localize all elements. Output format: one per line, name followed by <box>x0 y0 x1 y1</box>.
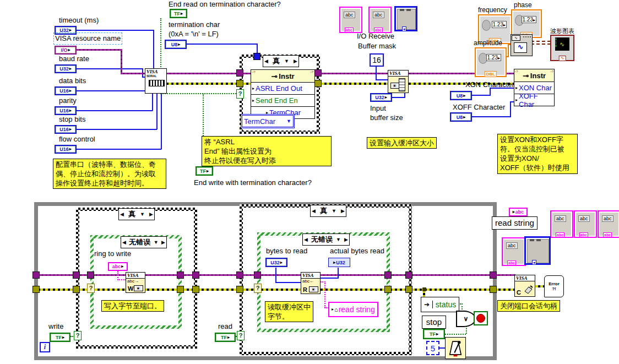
prev-case-icon[interactable]: ◀ <box>120 211 124 217</box>
cluster-icon-1[interactable]: ◂ <box>394 6 417 31</box>
case-dropdown-icon[interactable]: ▼ <box>332 208 336 214</box>
string-control-icon-1[interactable]: abcabc <box>339 7 362 33</box>
wire-junction <box>422 287 426 291</box>
property-xoff-char[interactable]: ▸XOFF Char <box>514 94 554 106</box>
case-dropdown-icon[interactable]: ▼ <box>284 58 289 64</box>
wire-stop-dot-h <box>445 334 466 335</box>
wire-ampl-v <box>508 44 509 57</box>
write-error-case-selector[interactable]: ◀ 无错误 ▼ ▶ <box>121 236 167 248</box>
baud-terminal[interactable]: U32▸ <box>55 64 77 73</box>
string-icon-6[interactable]: abcabc <box>502 237 526 266</box>
tunnel-loop-purple-l <box>32 271 40 279</box>
tunnel-cai-purple-r <box>177 271 184 279</box>
wire-btr-v <box>275 268 276 283</box>
property-send-end-en[interactable]: ▸Send End En <box>251 95 314 107</box>
string-icon-4[interactable]: abcabc <box>574 210 597 238</box>
loop-condition-terminal[interactable] <box>474 311 488 325</box>
string-icon-5[interactable]: abcabc <box>598 210 619 238</box>
actual-bytes-label: actual bytes read <box>330 247 388 256</box>
visa-set-buffer-size-icon[interactable]: VISA ▣: <box>388 70 409 93</box>
sine-waveform-vi-icon[interactable]: ∿ ∿ <box>511 34 533 56</box>
end-read-label: End read on termination character? <box>169 0 281 9</box>
string-to-write-terminal[interactable]: abc▸ <box>108 262 128 271</box>
prev-case-icon[interactable]: ◀ <box>312 208 316 214</box>
string-icon-3[interactable]: abcabc <box>550 210 573 238</box>
property-asrl-end-out[interactable]: ▸ASRL End Out <box>251 83 314 95</box>
case-dropdown-icon[interactable]: ▼ <box>336 237 341 242</box>
io-glyph: ▣: <box>309 286 318 292</box>
string-control-icon-2[interactable]: abcabc <box>368 7 392 33</box>
read-string-terminal[interactable]: ▸abc <box>509 208 528 216</box>
databits-terminal[interactable]: U16▸ <box>55 86 77 95</box>
sine-tab-icon: ∿ <box>512 35 520 41</box>
read-string-local-variable[interactable]: ▸ ⌂ read string <box>328 302 378 317</box>
simple-error-handler-icon[interactable]: Error ?! <box>544 275 564 297</box>
visa-write-icon[interactable]: VISA abc→ W ▣: <box>126 272 145 293</box>
chart-screen-icon: 210∿ <box>555 37 569 51</box>
termchar-ring-constant[interactable]: TermChar ▼ <box>241 114 295 128</box>
end-write-terminal[interactable]: TF▸ <box>196 166 213 176</box>
timeout-terminal[interactable]: U32▸ <box>55 26 77 35</box>
stopbits-terminal[interactable]: U16▸ <box>55 125 77 134</box>
string-to-write-label: ring to write <box>94 249 131 258</box>
tunnel-cb-err-l <box>236 286 243 293</box>
tunnel-cbi-err-r <box>384 286 392 293</box>
bytes-to-read-terminal[interactable]: U32▸ <box>265 258 287 267</box>
wire-flow-v <box>161 93 162 149</box>
next-case-icon[interactable]: ▶ <box>341 208 345 214</box>
xoff-character-label: XOFF Character <box>453 103 505 112</box>
tunnel-ca-purple-l <box>73 271 80 279</box>
write-terminal[interactable]: TF▸ <box>50 333 70 342</box>
flow-terminal[interactable]: U16▸ <box>55 145 77 154</box>
visa-configure-serial-icon[interactable]: VISA SERIAL <box>145 68 167 94</box>
ring-dropdown-icon[interactable]: ▼ <box>286 118 291 124</box>
prev-case-icon[interactable]: ◀ <box>304 237 308 242</box>
cluster-icon-2[interactable]: ◂ <box>524 236 551 265</box>
wait-ms-constant[interactable]: 5 <box>426 341 439 355</box>
read-case-selector[interactable]: ◀ 真 ▼ ▶ <box>310 205 346 217</box>
next-case-icon[interactable]: ▶ <box>149 211 153 217</box>
amplitude-control[interactable]: 1.23▸ DBL <box>475 47 507 77</box>
tunnel-loop-purple-r <box>490 271 497 279</box>
visa-close-icon[interactable]: VISA C <box>514 275 535 297</box>
write-case-selector[interactable]: ◀ 真 ▼ ▶ <box>118 208 155 220</box>
waveform-chart-icon[interactable]: 210∿ ∿ <box>550 35 574 61</box>
end-read-terminal[interactable]: TF▸ <box>170 9 187 18</box>
tunnel-cb-purple-r <box>405 271 412 279</box>
termchar-terminal[interactable]: U8▸ <box>165 40 187 49</box>
visa-resource-terminal[interactable]: I/O▸ <box>55 46 77 55</box>
connector-pane-icon <box>149 80 165 86</box>
input-arrow-icon: ▸ <box>333 260 335 265</box>
actual-bytes-terminal[interactable]: ▸U32 <box>328 258 350 267</box>
wire-flow <box>77 149 161 150</box>
wire-visa-purple-1 <box>121 73 237 74</box>
labview-block-diagram: ? ? ? ? ? timeout (ms) U32▸ VISA resourc… <box>0 0 619 364</box>
read-error-case-selector[interactable]: ◀ 无错误 ▼ ▶ <box>302 233 350 246</box>
read-terminal[interactable]: TF▸ <box>215 333 236 342</box>
stop-terminal[interactable]: TF▸ <box>423 329 445 339</box>
wait-until-next-ms-icon[interactable] <box>445 337 466 359</box>
output-arrow-icon: ▸ <box>436 332 438 336</box>
io-glyph: ▣: <box>134 285 143 291</box>
property-node-xon-xoff[interactable]: ▫? ⊸ Instr ▫? ▸XON Char ▸XOFF Char <box>514 69 555 106</box>
wire-abr-v <box>338 268 339 279</box>
iteration-terminal[interactable]: i <box>40 342 50 352</box>
next-case-icon[interactable]: ▶ <box>294 58 297 64</box>
xon-terminal[interactable]: U8▸ <box>450 91 472 100</box>
wire-xoff-v <box>510 101 511 117</box>
next-case-icon[interactable]: ▶ <box>344 237 348 242</box>
end-write-label: End write with termination character? <box>194 178 312 187</box>
parity-terminal[interactable]: U16▸ <box>55 106 77 115</box>
property-node-serial[interactable]: ▫? ⊸ Instr ▫? ▸ASRL End Out ▸Send End En… <box>251 69 315 119</box>
next-case-icon[interactable]: ▶ <box>161 240 165 245</box>
input-buffer-terminal[interactable]: U32▸ <box>370 93 392 102</box>
unbundle-status-node[interactable]: ➔ status <box>421 297 459 312</box>
case-dropdown-icon[interactable]: ▼ <box>154 240 159 245</box>
prev-case-icon[interactable]: ◀ <box>122 240 126 245</box>
xoff-terminal[interactable]: U8▸ <box>450 112 472 122</box>
visa-read-icon[interactable]: VISA abc← R ▣: <box>301 272 321 294</box>
case-dropdown-icon[interactable]: ▼ <box>140 211 145 217</box>
prev-case-icon[interactable]: ◀ <box>264 58 268 64</box>
case1-selector[interactable]: ◀ 真 ▼ ▶ <box>263 55 299 67</box>
const-16[interactable]: 16 <box>370 53 384 67</box>
